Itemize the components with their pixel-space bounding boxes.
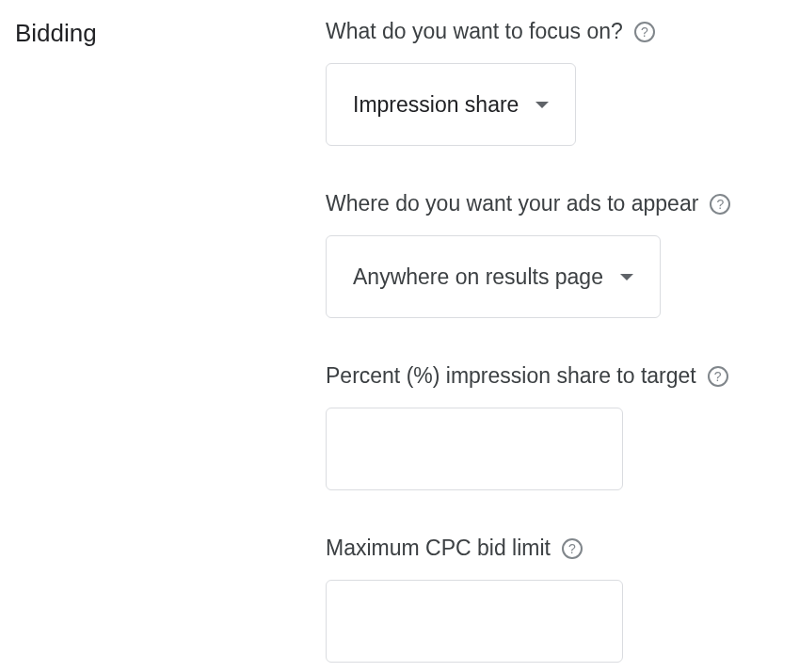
max-cpc-field-group: Maximum CPC bid limit: [326, 536, 784, 663]
focus-label-row: What do you want to focus on?: [326, 19, 784, 44]
ad-location-dropdown-value: Anywhere on results page: [353, 264, 603, 290]
percent-target-label-row: Percent (%) impression share to target: [326, 363, 784, 389]
section-title: Bidding: [15, 19, 288, 48]
percent-target-label: Percent (%) impression share to target: [326, 363, 696, 389]
help-icon[interactable]: [634, 22, 655, 42]
focus-label: What do you want to focus on?: [326, 19, 623, 44]
ad-location-field-group: Where do you want your ads to appear Any…: [326, 191, 784, 318]
bidding-section: Bidding What do you want to focus on? Im…: [15, 19, 784, 672]
help-icon[interactable]: [708, 366, 728, 387]
max-cpc-input[interactable]: [326, 580, 623, 663]
chevron-down-icon: [535, 102, 549, 108]
ad-location-dropdown[interactable]: Anywhere on results page: [326, 235, 661, 318]
ad-location-label: Where do you want your ads to appear: [326, 191, 698, 216]
max-cpc-label-row: Maximum CPC bid limit: [326, 536, 784, 561]
fields-column: What do you want to focus on? Impression…: [326, 19, 784, 672]
chevron-down-icon: [620, 274, 633, 280]
section-title-column: Bidding: [15, 19, 288, 672]
help-icon[interactable]: [562, 538, 583, 559]
focus-field-group: What do you want to focus on? Impression…: [326, 19, 784, 146]
focus-dropdown[interactable]: Impression share: [326, 63, 576, 146]
help-icon[interactable]: [710, 194, 730, 215]
ad-location-label-row: Where do you want your ads to appear: [326, 191, 784, 216]
max-cpc-label: Maximum CPC bid limit: [326, 536, 551, 561]
percent-target-input[interactable]: [326, 408, 623, 490]
percent-target-field-group: Percent (%) impression share to target: [326, 363, 784, 490]
focus-dropdown-value: Impression share: [353, 92, 519, 118]
